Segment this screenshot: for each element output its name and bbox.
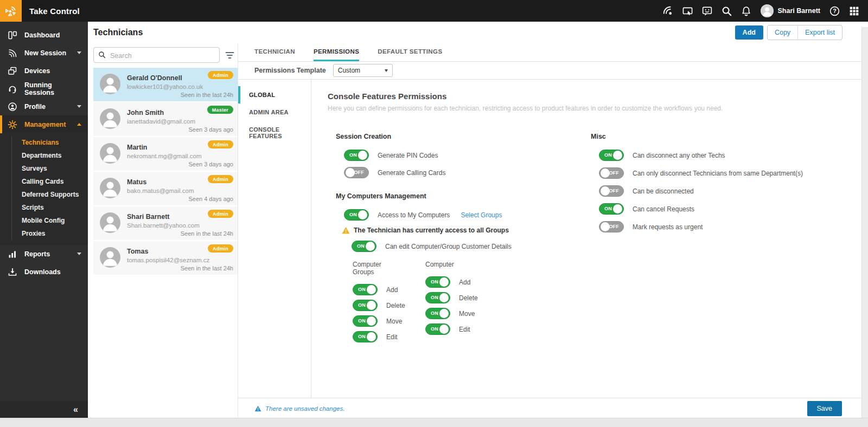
- sidebar-item-management[interactable]: Management: [0, 115, 88, 133]
- sidebar-item-label: Management: [24, 121, 66, 128]
- toggle-row: ON Can edit Computer/Group Customer Deta…: [328, 241, 583, 252]
- technician-list-item[interactable]: Master John Smith ianettadavid@gmail.com…: [93, 102, 238, 136]
- toggle-switch[interactable]: ON: [353, 284, 378, 295]
- toggle-switch[interactable]: ON: [599, 150, 624, 161]
- sidebar-subitem[interactable]: Deferred Supports: [12, 188, 88, 201]
- tab[interactable]: DEFAULT SETTINGS: [378, 43, 442, 61]
- remote-screen-icon[interactable]: [682, 6, 693, 16]
- secondary-button-group: Copy Export list: [767, 25, 843, 40]
- sidebar-subitem[interactable]: Scripts: [12, 201, 88, 214]
- select-value: Custom: [338, 67, 360, 74]
- column-header: Computer: [425, 261, 473, 268]
- role-badge: Admin: [208, 210, 233, 218]
- sidebar-item-label: Running Sessions: [24, 81, 81, 96]
- sidebar-item-running-sessions[interactable]: Running Sessions: [0, 80, 88, 98]
- chevron-down-icon: [385, 69, 388, 72]
- search-input[interactable]: [109, 48, 218, 63]
- technician-list-item[interactable]: Admin Tomas tomas.pospisil42@seznam.cz S…: [93, 241, 238, 275]
- feedback-icon[interactable]: [702, 6, 712, 16]
- save-button[interactable]: Save: [807, 401, 843, 416]
- new-session-icon: [8, 48, 17, 58]
- toggle-switch[interactable]: OFF: [599, 185, 624, 197]
- tab[interactable]: PERMISSIONS: [314, 43, 359, 61]
- toggle-switch[interactable]: OFF: [344, 167, 369, 178]
- permissions-template-label: Permissions Template: [254, 67, 326, 74]
- toggle-row: ON Edit: [400, 324, 473, 335]
- toggle-switch[interactable]: ON: [425, 324, 450, 335]
- subnav-item[interactable]: ADMIN AREA: [238, 103, 311, 121]
- chevron-down-icon: [77, 253, 81, 255]
- technicians-list: Admin Gerald O'Donnell lowkicker101@yaho…: [93, 68, 238, 275]
- app-title: Take Control: [29, 7, 80, 16]
- profile-icon: [8, 102, 17, 112]
- sidebar: Dashboard New Session Devices Running Se…: [0, 22, 88, 418]
- sidebar-subitem[interactable]: Proxies: [12, 227, 88, 240]
- toggle-switch[interactable]: ON: [353, 315, 378, 327]
- computer-groups-column: Computer Groups ON Add: [328, 261, 400, 347]
- permissions-template-select[interactable]: Custom: [333, 64, 393, 77]
- subnav-item[interactable]: GLOBAL: [238, 86, 311, 103]
- toggle-row: OFF Can only disconnect Technicians from…: [583, 167, 861, 179]
- toggle-label: Edit: [386, 333, 398, 341]
- technician-list-item[interactable]: Admin Shari Barnett Shari.barnett@yahoo.…: [93, 206, 238, 240]
- sidebar-item-profile[interactable]: Profile: [0, 98, 88, 115]
- technician-list-item[interactable]: Admin Gerald O'Donnell lowkicker101@yaho…: [93, 68, 238, 101]
- toggle-switch[interactable]: ON: [425, 292, 450, 303]
- technician-info: Shari Barnett Shari.barnett@yahoo.com: [127, 213, 200, 229]
- toggle-row: ON Delete: [400, 292, 473, 303]
- tab[interactable]: TECHNICIAN: [254, 43, 295, 61]
- app-logo[interactable]: [0, 0, 22, 22]
- toggle-switch[interactable]: ON: [599, 203, 624, 215]
- toggle-switch[interactable]: ON: [425, 308, 450, 319]
- technician-list-item[interactable]: Admin Matus bako.matus@gmail.com Seen 4 …: [93, 172, 238, 205]
- sidebar-item-devices[interactable]: Devices: [0, 62, 88, 80]
- toggle-row: ON Delete: [328, 300, 400, 311]
- toggle-switch[interactable]: ON: [425, 276, 450, 288]
- search-icon[interactable]: [722, 6, 732, 16]
- panel-footer: There are unsaved changes. Save: [238, 398, 861, 418]
- content-area: Technicians Add Copy Export list: [88, 22, 868, 418]
- toggle-switch[interactable]: ON: [353, 300, 378, 311]
- sidebar-item-dashboard[interactable]: Dashboard: [0, 26, 88, 44]
- add-button[interactable]: Add: [735, 25, 763, 40]
- export-list-button[interactable]: Export list: [797, 25, 842, 40]
- scrollbar-track[interactable]: [861, 27, 868, 418]
- toggle-label: Can cancel Requests: [633, 205, 694, 213]
- toggle-label: Generate Calling Cards: [378, 169, 445, 177]
- copy-button[interactable]: Copy: [768, 25, 797, 40]
- toggle-switch[interactable]: ON: [353, 331, 378, 342]
- signal-icon[interactable]: [663, 6, 673, 16]
- sidebar-subitem[interactable]: Surveys: [12, 162, 88, 175]
- sidebar-item-reports[interactable]: Reports: [0, 245, 88, 263]
- sidebar-collapse-button[interactable]: «: [0, 401, 88, 418]
- toggle-row: OFF Mark requests as urgent: [583, 221, 861, 232]
- sidebar-item-downloads[interactable]: Downloads: [0, 263, 88, 281]
- user-menu[interactable]: Shari Barnett: [761, 4, 821, 17]
- sidebar-subitem[interactable]: Calling Cards: [12, 175, 88, 188]
- toggle-row: ON Access to My Computers Select Groups: [328, 209, 583, 221]
- sidebar-subitem[interactable]: Departments: [12, 149, 88, 162]
- toggle-switch[interactable]: ON: [344, 209, 369, 221]
- toggle-switch[interactable]: OFF: [599, 167, 624, 179]
- take-control-logo-icon: [4, 4, 18, 18]
- last-seen: Seen in the last 24h: [181, 265, 233, 271]
- notifications-icon[interactable]: [741, 6, 751, 16]
- apps-grid-icon[interactable]: [849, 6, 859, 16]
- toggle-switch[interactable]: OFF: [599, 221, 624, 232]
- sidebar-item-new-session[interactable]: New Session: [0, 44, 88, 62]
- sidebar-subitem[interactable]: Technicians: [12, 136, 88, 149]
- sidebar-subitem[interactable]: Mobile Config: [12, 214, 88, 227]
- filter-icon[interactable]: [225, 51, 234, 60]
- toggle-switch[interactable]: ON: [352, 241, 376, 252]
- select-groups-link[interactable]: Select Groups: [461, 211, 502, 219]
- toggle-switch[interactable]: ON: [344, 150, 369, 161]
- help-icon[interactable]: ?: [829, 6, 840, 16]
- technician-list-item[interactable]: Admin Martin nekromant.mg@gmail.com Seen…: [93, 137, 238, 171]
- technician-info: John Smith ianettadavid@gmail.com: [127, 109, 200, 125]
- technician-email: nekromant.mg@gmail.com: [127, 153, 200, 159]
- subnav-item[interactable]: CONSOLE FEATURES: [238, 121, 311, 145]
- avatar: [100, 212, 120, 233]
- section-title: Console Features Permissions: [328, 92, 861, 101]
- session-creation-toggles: ON Generate PIN Codes OFF Generate Calli…: [328, 150, 583, 178]
- unsaved-changes-notice: There are unsaved changes.: [254, 405, 344, 412]
